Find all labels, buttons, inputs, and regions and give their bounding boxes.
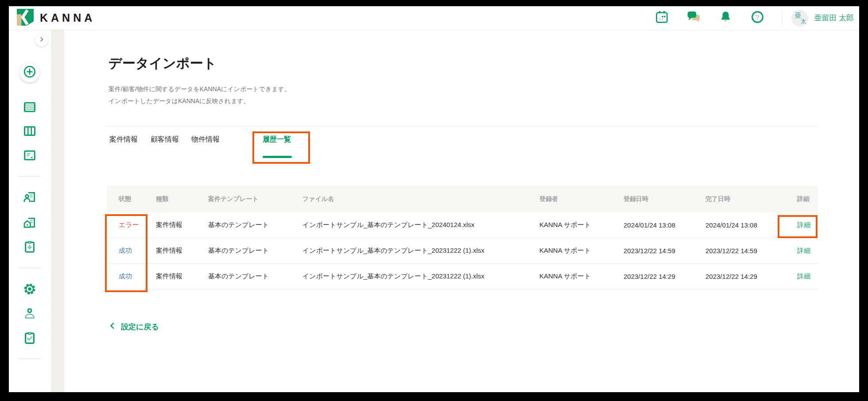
cell-registered: 2024/01/24 13:08 [624, 221, 705, 229]
sidebar-item-profile[interactable] [23, 307, 36, 320]
sidebar-item-board[interactable] [23, 124, 36, 138]
table-row: 成功 案件情報 基本のテンプレート インポートサンプル_基本のテンプレート_20… [107, 238, 818, 264]
import-icon [23, 247, 36, 255]
cell-filename: インポートサンプル_基本のテンプレート_20231222 (1).xlsx [302, 247, 539, 255]
help-icon: ? [751, 10, 764, 26]
bell-icon [719, 10, 732, 26]
list-icon [23, 108, 36, 115]
screenshot-frame: KANNA [0, 0, 868, 401]
app-window: KANNA [9, 6, 859, 392]
sidebar-item-customer-list[interactable] [23, 190, 36, 204]
chat-button[interactable] [686, 11, 701, 25]
add-button[interactable] [20, 63, 39, 82]
user-name: 亜留田 太郎 [814, 13, 854, 23]
column-header-template: 案件テンプレート [208, 195, 302, 203]
cell-status: 成功 [119, 272, 156, 281]
column-header-registered: 登録日時 [624, 195, 705, 203]
header-actions: ? 亜 太 亜留田 太郎 [655, 10, 859, 27]
detail-link[interactable]: 詳細 [797, 272, 810, 280]
column-header-detail: 詳細 [797, 195, 818, 203]
brand-name: KANNA [40, 12, 95, 24]
cell-status: 成功 [119, 247, 156, 255]
kanna-logo[interactable]: KANNA [17, 9, 95, 27]
detail-link[interactable]: 詳細 [797, 247, 810, 254]
cell-status: エラー [119, 221, 156, 229]
tabs-top-divider [107, 126, 818, 127]
plus-circle-icon [23, 65, 36, 80]
cell-registrant: KANNA サポート [539, 221, 624, 229]
cell-registrant: KANNA サポート [539, 247, 624, 255]
back-to-settings-link[interactable]: 設定に戻る [108, 322, 159, 332]
page-description-line1: 案件/顧客/物件に関するデータをKANNAにインポートできます。 [108, 85, 291, 93]
cell-registrant: KANNA サポート [539, 272, 624, 281]
help-button[interactable]: ? [750, 11, 764, 25]
column-header-registrant: 登録者 [539, 195, 624, 203]
cell-completed: 2023/12/22 14:59 [705, 247, 797, 254]
column-header-completed: 完了日時 [705, 195, 797, 203]
column-header-filename: ファイル名 [302, 195, 539, 203]
cell-completed: 2024/01/24 13:08 [705, 221, 797, 229]
gear-icon [23, 289, 36, 297]
cell-registered: 2023/12/22 14:59 [624, 247, 705, 254]
sidebar-item-import[interactable] [23, 240, 36, 254]
cell-type: 案件情報 [156, 247, 208, 255]
sidebar-divider [19, 359, 41, 359]
table-header-row: 状態 種類 案件テンプレート ファイル名 登録者 登録日時 完了日時 詳細 [107, 186, 818, 212]
sidebar-item-settings[interactable] [23, 282, 36, 296]
notifications-button[interactable] [718, 11, 732, 25]
cell-filename: インポートサンプル_基本のテンプレート_20231222 (1).xlsx [302, 272, 539, 281]
tab-property-info[interactable]: 物件情報 [191, 135, 220, 144]
cell-template: 基本のテンプレート [208, 221, 302, 229]
cell-registered: 2023/12/22 14:29 [624, 273, 705, 280]
avatar-char-2: 太 [800, 17, 806, 25]
user-menu[interactable]: 亜 太 亜留田 太郎 [791, 10, 854, 27]
sidebar-item-report[interactable] [23, 149, 36, 162]
kanna-logo-icon [17, 9, 34, 27]
property-list-icon [23, 223, 36, 231]
sidebar [9, 30, 51, 392]
main-content: データインポート 案件/顧客/物件に関するデータをKANNAにインポートできます… [64, 30, 859, 392]
table-row: 成功 案件情報 基本のテンプレート インポートサンプル_基本のテンプレート_20… [107, 264, 818, 289]
chat-icon [687, 10, 701, 26]
tab-history-list[interactable]: 履歴一覧 [263, 135, 291, 144]
header-divider [782, 10, 783, 26]
chevron-right-icon [38, 36, 45, 45]
cell-type: 案件情報 [156, 221, 208, 229]
columns-icon [23, 131, 36, 139]
report-icon [23, 156, 36, 163]
column-header-status: 状態 [119, 195, 156, 203]
active-tab-underline [263, 156, 292, 158]
back-link-label: 設定に戻る [121, 322, 159, 332]
page-title: データインポート [108, 54, 217, 73]
avatar: 亜 太 [791, 10, 808, 27]
tab-case-info[interactable]: 案件情報 [109, 135, 138, 144]
sidebar-expand-button[interactable] [35, 34, 48, 46]
sidebar-item-tasks[interactable] [23, 332, 36, 345]
detail-link[interactable]: 詳細 [797, 221, 810, 228]
cell-type: 案件情報 [156, 272, 208, 281]
tasks-icon [23, 339, 36, 346]
tab-customer-info[interactable]: 顧客情報 [151, 135, 179, 144]
calendar-icon [655, 10, 669, 26]
sidebar-item-case-list[interactable] [23, 100, 36, 114]
chevron-left-icon [108, 322, 116, 332]
history-table: 状態 種類 案件テンプレート ファイル名 登録者 登録日時 完了日時 詳細 エラ… [107, 186, 818, 289]
cell-template: 基本のテンプレート [208, 272, 302, 281]
cell-completed: 2023/12/22 14:29 [705, 273, 797, 280]
sidebar-divider [19, 176, 41, 177]
page-description-line2: インポートしたデータはKANNAに反映されます。 [108, 97, 250, 105]
cell-template: 基本のテンプレート [208, 247, 302, 255]
table-row: エラー 案件情報 基本のテンプレート インポートサンプル_基本のテンプレート_2… [107, 212, 818, 238]
sidebar-divider [19, 268, 41, 268]
sidebar-item-property-list[interactable] [23, 216, 36, 229]
customer-list-icon [23, 197, 36, 205]
calendar-button[interactable] [655, 11, 669, 25]
top-header: KANNA [9, 6, 859, 30]
column-header-type: 種類 [156, 195, 208, 203]
profile-icon [23, 314, 36, 321]
cell-filename: インポートサンプル_基本のテンプレート_20240124.xlsx [302, 221, 539, 229]
svg-text:?: ? [756, 13, 760, 21]
